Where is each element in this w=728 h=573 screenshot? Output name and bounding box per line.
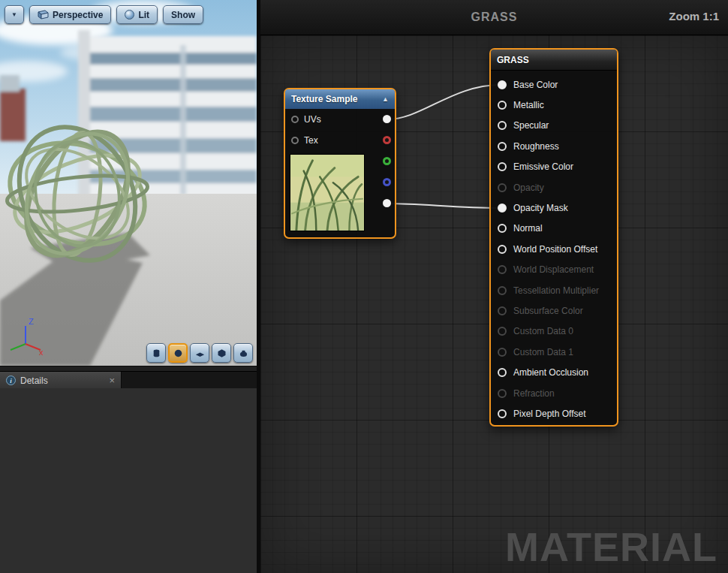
material-input-pin[interactable]	[498, 224, 507, 233]
viewport-options-dropdown[interactable]: ▼	[5, 5, 24, 24]
lit-icon	[125, 10, 134, 20]
material-pin-label: Opacity Mask	[513, 203, 568, 213]
material-pin-row: Subsurface Color	[491, 300, 617, 321]
texture-sample-node[interactable]: Texture Sample ▲ UVs Tex	[284, 88, 396, 239]
material-pin-label: Specular	[513, 120, 549, 131]
left-panel: ▼ Perspective Lit Show	[0, 0, 257, 573]
material-pin-label: World Displacement	[513, 264, 594, 275]
material-pin-list: Base Color Metallic Specular Roughness E…	[491, 71, 617, 424]
details-tab-bar: i Details ×	[0, 371, 257, 388]
material-graph-panel: GRASS Zoom 1:1 MATERIAL Texture Sample ▲	[260, 0, 728, 573]
material-pin-row: Custom Data 1	[491, 342, 617, 362]
preview-viewport[interactable]: ▼ Perspective Lit Show	[0, 0, 257, 366]
material-pin-row: Custom Data 0	[491, 321, 617, 342]
tab-details[interactable]: i Details ×	[0, 372, 122, 389]
collapse-arrow-icon[interactable]: ▲	[382, 95, 389, 103]
material-pin-label: Custom Data 1	[513, 347, 573, 357]
material-pin-label: Roughness	[513, 141, 559, 152]
details-tab-label: Details	[20, 375, 48, 386]
material-watermark: MATERIAL	[505, 523, 717, 570]
preview-mesh-icon	[239, 348, 248, 358]
wire-rgb-to-basecolor[interactable]	[387, 85, 501, 119]
graph-canvas[interactable]: MATERIAL Texture Sample ▲ UVs	[260, 35, 728, 573]
material-input-pin[interactable]	[498, 121, 507, 130]
material-pin-row: World Displacement	[491, 260, 617, 280]
material-result-node[interactable]: GRASS Base Color Metallic Specular	[489, 48, 618, 427]
material-input-pin[interactable]	[498, 204, 507, 213]
texture-output-pin-b[interactable]	[383, 178, 391, 186]
graph-title: GRASS	[471, 11, 518, 24]
dropdown-arrow-icon: ▼	[11, 11, 17, 18]
material-editor-window: ▼ Perspective Lit Show	[0, 0, 728, 573]
show-button[interactable]: Show	[163, 5, 203, 24]
preview-shape-cylinder-button[interactable]	[146, 343, 166, 363]
axis-x-label: x	[39, 348, 44, 356]
texture-output-pin-a[interactable]	[383, 199, 391, 207]
material-input-pin[interactable]	[498, 348, 507, 357]
texture-output-pin-g[interactable]	[383, 157, 391, 165]
material-input-pin[interactable]	[498, 409, 507, 418]
texture-preview-thumbnail[interactable]	[290, 154, 365, 231]
material-pin-label: Base Color	[513, 80, 558, 90]
material-pin-label: Ambient Occlusion	[513, 367, 588, 378]
preview-shape-plane-button[interactable]	[190, 343, 209, 363]
texture-output-pin-r[interactable]	[383, 136, 391, 144]
texture-output-pin-rgb[interactable]	[383, 115, 391, 123]
perspective-label: Perspective	[53, 10, 103, 20]
material-pin-label: Emissive Color	[513, 161, 573, 172]
details-panel-body	[0, 388, 257, 573]
material-pin-label: Opacity	[513, 182, 544, 193]
texture-output-list	[383, 115, 391, 207]
lit-label: Lit	[138, 10, 149, 20]
material-input-pin[interactable]	[498, 101, 507, 110]
material-pin-row: Emissive Color	[491, 157, 617, 177]
viewport-toolbar: ▼ Perspective Lit Show	[5, 5, 203, 24]
plane-icon	[195, 348, 205, 358]
material-pin-row: Base Color	[491, 74, 617, 95]
preview-shape-cube-button[interactable]	[212, 343, 231, 363]
material-pin-row: Opacity Mask	[491, 198, 617, 218]
grass-texture-image	[290, 155, 364, 231]
texture-sample-node-body: UVs Tex	[285, 109, 395, 237]
preview-shape-mesh-button[interactable]	[233, 343, 253, 363]
cylinder-icon	[152, 348, 161, 358]
material-pin-label: Normal	[513, 223, 543, 234]
texture-input-pin[interactable]	[291, 137, 299, 144]
material-input-pin[interactable]	[498, 389, 507, 398]
material-input-pin[interactable]	[498, 245, 507, 254]
material-input-pin[interactable]	[498, 183, 507, 192]
material-pin-label: Tessellation Multiplier	[513, 285, 599, 296]
material-pin-label: Subsurface Color	[513, 306, 583, 316]
material-input-pin[interactable]	[498, 327, 507, 336]
material-input-pin[interactable]	[498, 306, 507, 315]
texture-sample-node-header[interactable]: Texture Sample ▲	[285, 89, 395, 109]
material-input-pin[interactable]	[498, 80, 507, 89]
wire-alpha-to-opacitymask[interactable]	[387, 204, 501, 208]
material-node-header[interactable]: GRASS	[491, 50, 617, 71]
texture-input-pin[interactable]	[291, 116, 299, 123]
material-input-pin[interactable]	[498, 162, 507, 171]
preview-shape-sphere-button[interactable]	[168, 343, 188, 363]
material-pin-row: World Position Offset	[491, 239, 617, 259]
material-pin-label: Pixel Depth Offset	[513, 409, 586, 419]
close-icon[interactable]: ×	[109, 375, 115, 385]
material-input-pin[interactable]	[498, 286, 507, 295]
material-input-pin[interactable]	[498, 368, 507, 377]
perspective-icon	[38, 10, 49, 20]
material-node-title: GRASS	[497, 55, 529, 65]
material-input-pin[interactable]	[498, 265, 507, 274]
lit-button[interactable]: Lit	[116, 5, 158, 24]
perspective-button[interactable]: Perspective	[29, 5, 111, 24]
texture-input-label: Tex	[304, 135, 318, 146]
axis-gizmo: Z x	[6, 314, 48, 356]
material-pin-label: Metallic	[513, 100, 544, 110]
material-pin-row: Roughness	[491, 136, 617, 156]
material-pin-label: World Position Offset	[513, 244, 597, 255]
show-label: Show	[171, 10, 195, 20]
zoom-level-indicator: Zoom 1:1	[669, 10, 719, 23]
texture-input-row: Tex	[285, 130, 395, 151]
viewport-scene	[0, 0, 257, 366]
cube-icon	[217, 348, 227, 358]
graph-header: GRASS Zoom 1:1	[260, 0, 728, 35]
material-input-pin[interactable]	[498, 142, 507, 151]
